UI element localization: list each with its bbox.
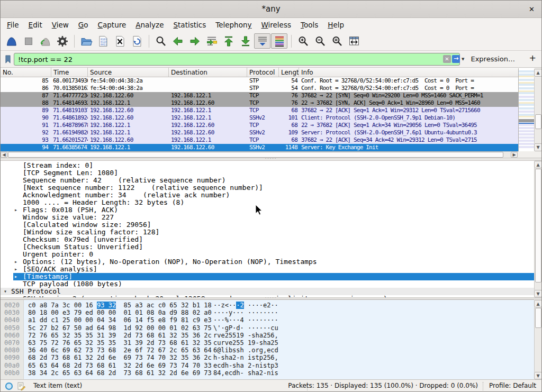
hex-row-0030[interactable]: 003080 18 00 e3 79 ed 00 00 01 01 08 0a … bbox=[1, 309, 534, 316]
packet-row-85[interactable]: 8568.001734936fe:54:00:d4:38:2aSTP54Conf… bbox=[1, 77, 518, 85]
hex-row-0090[interactable]: 009068 2d 73 68 61 32 2d 6e 69 73 74 70 … bbox=[1, 354, 534, 361]
bytes-scroll-down-icon[interactable]: ▼ bbox=[534, 372, 542, 379]
menu-file[interactable]: File bbox=[2, 20, 24, 30]
packet-list-scroll-up-icon[interactable]: ▲ bbox=[534, 69, 542, 77]
packet-row-94[interactable]: 9471.663856741192.168.122.1192.168.122.6… bbox=[1, 144, 518, 151]
hex-row-0020[interactable]: 0020c0 a8 7a 3c 00 16 93 32 85 a3 ac c0 … bbox=[1, 302, 534, 309]
hex-row-00b0[interactable]: 00b038 34 2c 65 63 64 68 2d 73 68 61 32 … bbox=[1, 369, 534, 377]
packet-row-88[interactable]: 8871.648146932192.168.122.1192.168.122.6… bbox=[1, 99, 518, 107]
chevron-right-icon[interactable]: ▸ bbox=[14, 258, 17, 266]
hex-row-0080[interactable]: 008036 40 6c 69 62 73 73 68 2e 6f 72 67 … bbox=[1, 347, 534, 354]
detail-line[interactable]: ▸[SEQ/ACK analysis] bbox=[1, 266, 534, 273]
menu-help[interactable]: Help bbox=[323, 20, 349, 30]
close-window-button[interactable]: ✕ bbox=[529, 1, 535, 18]
detail-line[interactable]: [Next sequence number: 1122 (relative se… bbox=[1, 184, 534, 192]
hex-row-0040[interactable]: 0040a1 dd c1 25 00 00 04 34 06 14 f5 e8 … bbox=[1, 316, 534, 324]
detail-line[interactable]: TCP payload (1080 bytes) bbox=[1, 280, 534, 288]
auto-scroll-button[interactable] bbox=[254, 33, 270, 49]
detail-line[interactable]: [Window size scaling factor: 128] bbox=[1, 229, 534, 236]
detail-line[interactable]: Urgent pointer: 0 bbox=[1, 251, 534, 258]
packet-row-87[interactable]: 8771.647777234192.168.122.60192.168.122.… bbox=[1, 92, 518, 99]
column-header-info[interactable]: Info bbox=[299, 68, 534, 77]
packet-row-93[interactable]: 9371.662015274192.168.122.60192.168.122.… bbox=[1, 136, 518, 144]
detail-line[interactable]: Window size value: 227 bbox=[1, 214, 534, 221]
detail-line[interactable]: 1000 .... = Header Length: 32 bytes (8) bbox=[1, 199, 534, 206]
hex-row-0050[interactable]: 00505c 27 b2 67 50 ad 64 98 1d 92 00 00 … bbox=[1, 324, 534, 332]
detail-line[interactable]: [Checksum Status: Unverified] bbox=[1, 243, 534, 251]
chevron-right-icon[interactable]: ▸ bbox=[14, 266, 17, 273]
packet-row-86[interactable]: 8670.013850163fe:54:00:d4:38:2aSTP54Conf… bbox=[1, 85, 518, 92]
find-packet-button[interactable] bbox=[152, 33, 169, 49]
restart-capture-button[interactable] bbox=[37, 33, 53, 49]
chevron-down-icon[interactable]: ▾ bbox=[4, 288, 7, 295]
zoom-out-button[interactable] bbox=[312, 33, 328, 49]
display-filter-input[interactable] bbox=[14, 53, 460, 66]
zoom-original-button[interactable] bbox=[329, 33, 345, 49]
bytes-scroll-up-icon[interactable]: ▲ bbox=[534, 300, 542, 307]
packet-list-vscrollbar[interactable] bbox=[534, 77, 542, 143]
expression-button[interactable]: Expression… bbox=[471, 55, 515, 63]
packet-row-91[interactable]: 9171.648789678192.168.122.1192.168.122.6… bbox=[1, 122, 518, 129]
column-header-no[interactable]: No. bbox=[1, 68, 51, 77]
menu-go[interactable]: Go bbox=[74, 20, 93, 30]
colorize-button[interactable] bbox=[271, 33, 287, 49]
title-bar[interactable]: *any ✕ bbox=[1, 1, 541, 18]
detail-line[interactable]: Sequence number: 42 (relative sequence n… bbox=[1, 177, 534, 184]
go-back-button[interactable] bbox=[169, 33, 186, 49]
detail-line[interactable]: [Calculated window size: 29056] bbox=[1, 221, 534, 229]
menu-tools[interactable]: Tools bbox=[296, 20, 323, 30]
column-header-destination[interactable]: Destination bbox=[169, 68, 247, 77]
capture-comment-icon[interactable] bbox=[16, 381, 26, 391]
detail-vscroll-thumb[interactable] bbox=[535, 169, 541, 282]
hex-row-0060[interactable]: 006072 76 65 32 35 35 31 39 2d 73 68 61 … bbox=[1, 332, 534, 339]
resize-columns-button[interactable] bbox=[346, 33, 362, 49]
go-last-button[interactable] bbox=[237, 33, 254, 49]
detail-scroll-up-icon[interactable]: ▲ bbox=[534, 161, 542, 168]
packet-row-92[interactable]: 9271.661949820192.168.122.1192.168.122.6… bbox=[1, 129, 518, 136]
packet-list-hscrollbar[interactable]: ◀ ▶ bbox=[1, 151, 518, 158]
menu-statistics[interactable]: Statistics bbox=[168, 20, 211, 30]
stop-capture-button[interactable] bbox=[20, 33, 37, 49]
packet-row-89[interactable]: 8971.648191037192.168.122.60192.168.122.… bbox=[1, 107, 518, 114]
zoom-in-button[interactable] bbox=[295, 33, 311, 49]
detail-line[interactable]: ▸[Timestamps] bbox=[1, 273, 534, 280]
bytes-vscrollbar[interactable] bbox=[534, 307, 542, 372]
chevron-right-icon[interactable]: ▸ bbox=[14, 206, 17, 214]
detail-scroll-down-icon[interactable]: ▼ bbox=[534, 290, 542, 297]
menu-telephony[interactable]: Telephony bbox=[211, 20, 256, 30]
bytes-vscroll-thumb[interactable] bbox=[535, 308, 541, 328]
profile-label[interactable]: Profile: Default bbox=[489, 382, 536, 389]
close-file-button[interactable] bbox=[112, 33, 128, 49]
detail-vscrollbar[interactable] bbox=[534, 168, 542, 290]
packet-list-vscroll-thumb[interactable] bbox=[535, 114, 541, 129]
menu-capture[interactable]: Capture bbox=[93, 20, 131, 30]
save-file-button[interactable] bbox=[95, 33, 111, 49]
packet-list-scroll-down-icon[interactable]: ▼ bbox=[534, 143, 542, 151]
go-first-button[interactable] bbox=[220, 33, 237, 49]
column-header-protocol[interactable]: Protocol bbox=[247, 68, 279, 77]
menu-edit[interactable]: Edit bbox=[24, 20, 47, 30]
detail-line[interactable]: ▾SSH Protocol bbox=[1, 288, 534, 295]
capture-options-button[interactable] bbox=[54, 33, 70, 49]
open-file-button[interactable] bbox=[78, 33, 94, 49]
column-header-length[interactable]: Length bbox=[279, 68, 299, 77]
detail-line[interactable]: Acknowledgment number: 34 (relative ack … bbox=[1, 192, 534, 199]
column-header-source[interactable]: Source bbox=[88, 68, 169, 77]
detail-line[interactable]: [Stream index: 0] bbox=[1, 162, 534, 169]
detail-line[interactable]: Checksum: 0x79ed [unverified] bbox=[1, 236, 534, 243]
hex-row-00a0[interactable]: 00a065 63 64 68 2d 73 68 61 32 2d 6e 69 … bbox=[1, 362, 534, 369]
add-filter-button[interactable]: + bbox=[529, 53, 536, 63]
menu-analyze[interactable]: Analyze bbox=[131, 20, 168, 30]
chevron-right-icon[interactable]: ▸ bbox=[14, 273, 17, 280]
detail-line[interactable]: ▸Options: (12 bytes), No-Operation (NOP)… bbox=[1, 258, 534, 266]
go-to-packet-button[interactable] bbox=[203, 33, 220, 49]
packet-list-scroll-right-icon[interactable]: ▶ bbox=[511, 152, 518, 158]
filter-apply-icon[interactable]: → bbox=[452, 55, 460, 63]
packet-list-scroll-left-icon[interactable]: ◀ bbox=[1, 152, 7, 158]
filter-bookmark-icon[interactable] bbox=[3, 53, 13, 65]
menu-view[interactable]: View bbox=[47, 20, 74, 30]
start-capture-button[interactable] bbox=[3, 33, 20, 49]
packet-row-90[interactable]: 9071.648618924192.168.122.60192.168.122.… bbox=[1, 114, 518, 122]
detail-line[interactable]: [TCP Segment Len: 1080] bbox=[1, 169, 534, 177]
hex-row-0070[interactable]: 007063 75 72 76 65 32 35 35 31 39 2d 73 … bbox=[1, 339, 534, 347]
